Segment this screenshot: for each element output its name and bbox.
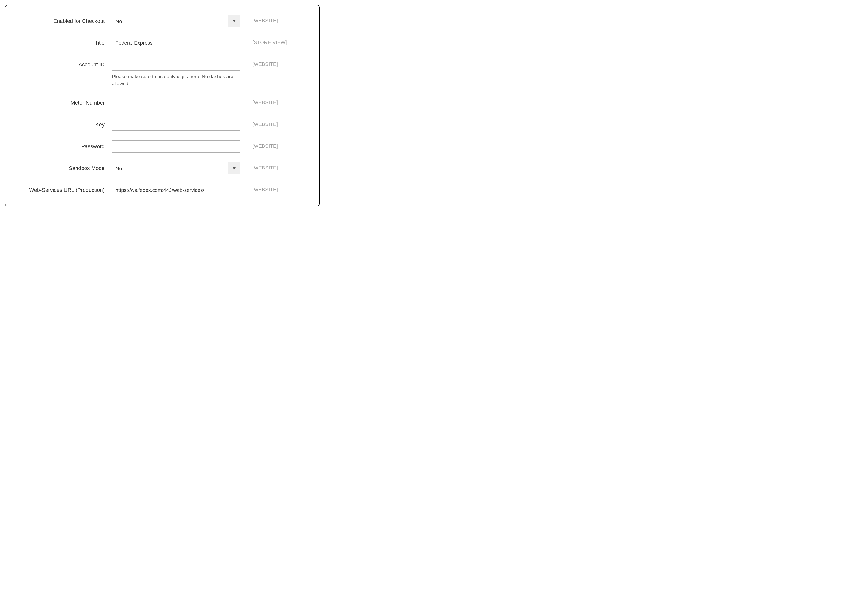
row-password: Password [WEBSITE]: [13, 141, 307, 152]
row-meter-number: Meter Number [WEBSITE]: [13, 97, 307, 109]
select-sandbox-mode-wrap: No: [112, 162, 240, 174]
label-key: Key: [13, 119, 112, 128]
scope-password: [WEBSITE]: [240, 141, 278, 149]
fedex-settings-form: Enabled for Checkout No [WEBSITE] Title …: [5, 5, 320, 206]
row-web-services-url: Web-Services URL (Production) [WEBSITE]: [13, 184, 307, 196]
scope-enabled-for-checkout: [WEBSITE]: [240, 15, 278, 24]
scope-web-services-url: [WEBSITE]: [240, 184, 278, 193]
input-meter-number[interactable]: [112, 97, 240, 109]
scope-account-id: [WEBSITE]: [240, 58, 278, 67]
row-sandbox-mode: Sandbox Mode No [WEBSITE]: [13, 162, 307, 174]
label-title: Title: [13, 37, 112, 46]
scope-title: [STORE VIEW]: [240, 37, 287, 45]
scope-meter-number: [WEBSITE]: [240, 97, 278, 105]
input-web-services-url[interactable]: [112, 184, 240, 196]
input-account-id[interactable]: [112, 58, 240, 71]
label-password: Password: [13, 141, 112, 150]
label-meter-number: Meter Number: [13, 97, 112, 106]
row-title: Title [STORE VIEW]: [13, 37, 307, 49]
row-key: Key [WEBSITE]: [13, 119, 307, 131]
label-web-services-url: Web-Services URL (Production): [13, 184, 112, 193]
row-enabled-for-checkout: Enabled for Checkout No [WEBSITE]: [13, 15, 307, 27]
label-sandbox-mode: Sandbox Mode: [13, 162, 112, 171]
input-key[interactable]: [112, 119, 240, 131]
label-account-id: Account ID: [13, 58, 112, 68]
input-password[interactable]: [112, 141, 240, 152]
label-enabled-for-checkout: Enabled for Checkout: [13, 15, 112, 24]
select-sandbox-mode[interactable]: No: [112, 162, 240, 174]
select-enabled-for-checkout-wrap: No: [112, 15, 240, 27]
help-account-id: Please make sure to use only digits here…: [112, 73, 240, 87]
input-title[interactable]: [112, 37, 240, 49]
scope-key: [WEBSITE]: [240, 119, 278, 127]
select-enabled-for-checkout[interactable]: No: [112, 15, 240, 27]
scope-sandbox-mode: [WEBSITE]: [240, 162, 278, 171]
row-account-id: Account ID Please make sure to use only …: [13, 58, 307, 87]
